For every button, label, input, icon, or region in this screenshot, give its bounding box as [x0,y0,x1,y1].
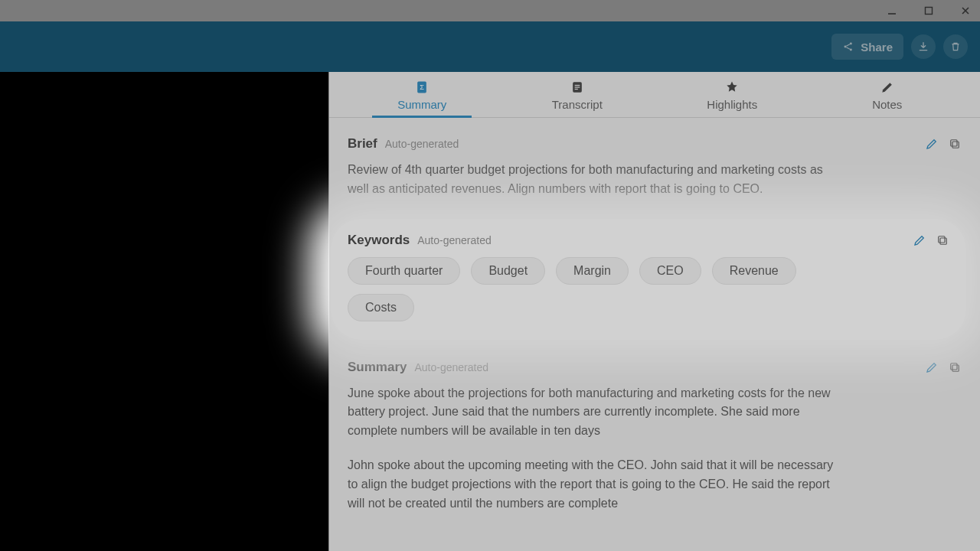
summary-subtitle: Auto-generated [414,361,488,373]
summary-paragraph: John spoke about the upcoming meeting wi… [348,456,838,513]
tab-summary[interactable]: Σ Summary [345,80,500,117]
pencil-icon [880,80,895,95]
delete-button[interactable] [943,34,968,59]
svg-rect-18 [939,236,945,242]
download-icon [917,41,929,53]
copy-icon [936,233,949,247]
svg-rect-16 [951,140,957,146]
keywords-section: Keywords Auto-generated Fourth qua [331,219,966,340]
brief-section: Brief Auto-generated Review of 4th quart… [348,136,962,199]
svg-text:Σ: Σ [420,83,424,91]
transcript-icon [570,80,585,95]
keywords-copy-button[interactable] [936,233,949,247]
video-player-pane[interactable] [0,72,329,551]
keyword-chip[interactable]: Margin [556,257,629,285]
summary-section: Summary Auto-generated June spoke about … [348,360,962,514]
copy-icon [948,360,962,374]
svg-rect-20 [951,363,957,369]
summary-icon: Σ [414,80,430,95]
svg-rect-17 [940,238,946,244]
trash-icon [949,41,962,53]
keywords-subtitle: Auto-generated [417,234,492,246]
svg-rect-15 [952,142,959,148]
svg-line-8 [847,47,851,50]
keyword-chip[interactable]: Revenue [712,257,796,285]
keyword-chip[interactable]: CEO [639,257,701,285]
brief-subtitle: Auto-generated [385,138,459,150]
edit-icon [925,360,939,374]
keywords-title: Keywords [348,233,410,248]
download-button[interactable] [911,34,936,59]
keyword-chip[interactable]: Fourth quarter [348,257,460,285]
tabs-bar: Σ Summary Transcript Highlights [329,72,980,118]
keywords-chips: Fourth quarter Budget Margin CEO Revenue… [348,257,838,321]
share-button[interactable]: Share [831,34,903,60]
svg-rect-19 [952,365,959,371]
keywords-edit-button[interactable] [913,233,926,247]
brief-copy-button[interactable] [948,137,962,151]
tab-label: Summary [397,98,446,111]
star-icon [724,80,740,95]
keyword-chip[interactable]: Costs [348,294,414,321]
share-button-label: Share [861,41,893,54]
content-pane: Σ Summary Transcript Highlights [329,72,980,551]
brief-edit-button[interactable] [925,137,939,151]
tab-label: Highlights [707,98,757,111]
tab-highlights[interactable]: Highlights [655,80,810,117]
tab-label: Transcript [552,98,603,111]
brief-title: Brief [348,136,377,152]
copy-icon [948,137,962,151]
svg-rect-1 [926,8,933,15]
svg-line-7 [847,44,851,47]
window-maximize-button[interactable] [923,5,934,16]
keyword-chip[interactable]: Budget [471,257,545,285]
tab-notes[interactable]: Notes [810,80,965,117]
edit-icon [913,233,926,247]
svg-point-4 [844,46,847,48]
edit-icon [925,137,939,151]
summary-paragraph: June spoke about the projections for bot… [348,384,838,441]
window-minimize-button[interactable] [887,5,897,16]
app-toolbar: Share [0,21,980,72]
summary-edit-button[interactable] [925,360,939,374]
share-icon [842,41,854,53]
summary-copy-button[interactable] [948,360,962,374]
window-close-button[interactable] [960,5,971,16]
brief-text: Review of 4th quarter budget projections… [348,161,838,199]
window-titlebar [0,0,980,21]
tab-label: Notes [872,98,902,111]
svg-point-5 [850,43,852,45]
tab-transcript[interactable]: Transcript [500,80,655,117]
svg-point-6 [850,49,852,51]
summary-title: Summary [348,360,407,375]
